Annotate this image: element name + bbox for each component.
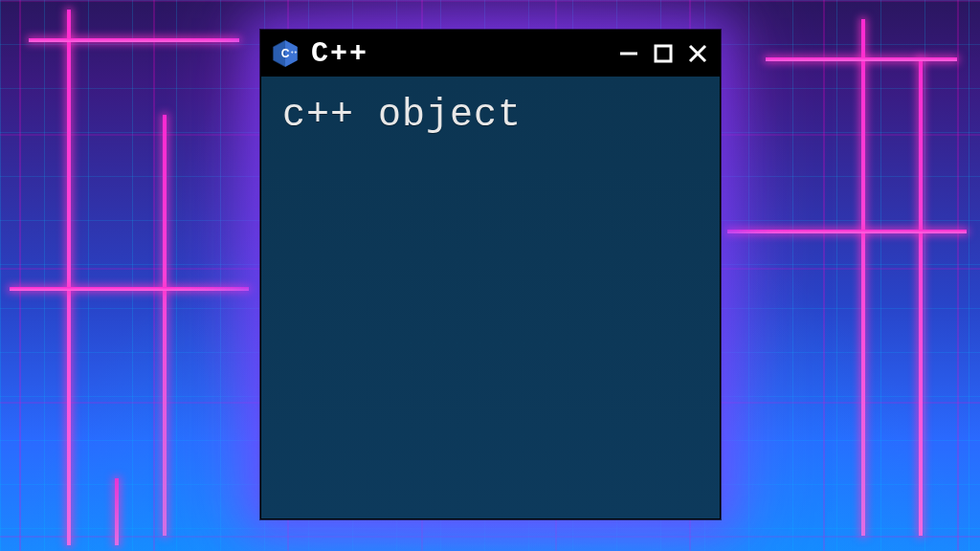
svg-text:C: C: [281, 47, 290, 60]
neon-trace: [10, 287, 249, 291]
terminal-output-line: c++ object: [282, 94, 699, 137]
window-controls: [618, 43, 708, 64]
neon-trace: [67, 10, 71, 545]
terminal-window: C + + C++ c++ object: [260, 30, 721, 519]
svg-text:+: +: [291, 50, 294, 55]
neon-trace: [29, 38, 239, 42]
terminal-client-area[interactable]: c++ object: [261, 77, 720, 518]
svg-rect-6: [656, 46, 671, 61]
titlebar[interactable]: C + + C++: [261, 31, 720, 77]
minimize-button[interactable]: [618, 43, 639, 64]
neon-trace: [115, 478, 119, 545]
neon-trace: [163, 115, 167, 536]
window-title: C++: [311, 37, 607, 70]
svg-text:+: +: [294, 50, 297, 55]
neon-trace: [727, 230, 967, 233]
close-button[interactable]: [687, 43, 708, 64]
cpp-hex-icon: C + +: [271, 39, 300, 68]
neon-trace: [766, 57, 957, 61]
maximize-button[interactable]: [653, 43, 674, 64]
neon-trace: [861, 19, 865, 536]
neon-trace: [919, 57, 923, 536]
